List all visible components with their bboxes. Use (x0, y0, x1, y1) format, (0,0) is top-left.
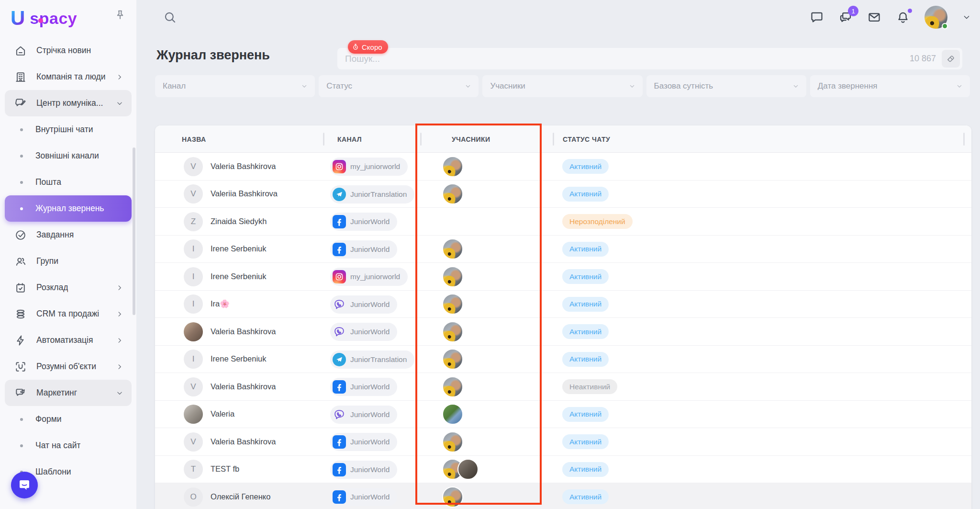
sidebar-item[interactable]: Завдання (5, 222, 132, 248)
table-row[interactable]: IIrene SerbeniukJuniorWorldАктивний (155, 236, 971, 263)
mail-button[interactable] (867, 10, 881, 24)
sidebar-item[interactable]: Стрічка новин (5, 37, 132, 64)
participants-group (442, 376, 463, 397)
sidebar-item[interactable]: Журнал звернень (5, 195, 132, 222)
filter-dropdown[interactable]: Статус (319, 75, 479, 97)
table-row[interactable]: Valeria BashkirovaJuniorWorldАктивний (155, 318, 971, 346)
profile-menu-chevron[interactable] (962, 12, 971, 22)
bullet-icon (20, 444, 23, 447)
table-row[interactable]: OОлексій ГепенкоJuniorWorldАктивний (155, 483, 971, 509)
pin-sidebar-icon[interactable] (113, 9, 127, 22)
table-row[interactable]: IIrene SerbeniukJuniorTranslationАктивни… (155, 346, 971, 373)
mail-icon (867, 10, 881, 24)
smart-object-icon (14, 361, 27, 373)
sidebar-item[interactable]: Пошта (5, 169, 132, 195)
contact-name: Irene Serbeniuk (211, 263, 267, 290)
notification-dot (908, 9, 912, 13)
table-row[interactable]: TTEST fbJuniorWorldАктивний (155, 456, 971, 484)
channel-label: JuniorWorld (350, 410, 390, 419)
support-chat-button[interactable] (11, 472, 38, 498)
chevron-down-icon (628, 82, 636, 90)
table-row[interactable]: ZZinaida SiedykhJuniorWorldНерозподілени… (155, 208, 971, 236)
channel-pill: JuniorWorld (330, 240, 397, 259)
chat-status-badge: Активний (562, 462, 609, 477)
sidebar-scrollbar[interactable] (133, 147, 135, 315)
comment-icon (810, 10, 824, 24)
sidebar-item[interactable]: Компанія та люди (5, 64, 132, 90)
contact-name: Irene Serbeniuk (211, 236, 267, 263)
column-divider (323, 133, 324, 146)
comment-button[interactable] (810, 10, 824, 24)
table-row[interactable]: VValeria BashkirovaJuniorWorldНеактивний (155, 373, 971, 401)
sidebar-item[interactable]: Автоматизація (5, 327, 132, 353)
sidebar-item[interactable]: Розумні об'єкти (5, 353, 132, 380)
participant-avatar (442, 156, 463, 177)
sidebar-item[interactable]: CRM та продажі (5, 301, 132, 327)
channel-label: my_juniorworld (350, 162, 400, 171)
chat-bubble-icon (17, 478, 32, 492)
chat-status-badge: Активний (562, 324, 609, 339)
sidebar-item[interactable]: Внутрішні чати (5, 116, 132, 143)
sidebar-item-label: Компанія та люди (36, 72, 105, 82)
column-divider (553, 133, 554, 146)
channel-label: JuniorWorld (350, 300, 390, 309)
table-row[interactable]: VValeriia BashkirovaJuniorTranslationАкт… (155, 181, 971, 208)
channel-label: JuniorWorld (350, 245, 390, 254)
chevron-right-icon (115, 283, 124, 292)
logo-mark: U (11, 8, 25, 28)
user-avatar[interactable] (924, 6, 947, 29)
filter-label: Базова сутність (654, 81, 713, 91)
name-avatar: I (184, 267, 203, 286)
search-icon[interactable] (163, 11, 177, 24)
chat-status-badge: Неактивний (562, 379, 617, 394)
filter-dropdown[interactable]: Базова сутність (646, 75, 806, 97)
eraser-icon (946, 54, 956, 64)
contact-name: Valeria (211, 401, 234, 428)
filters-row: КаналСтатусУчасникиБазова сутністьДата з… (155, 75, 970, 97)
clear-search-button[interactable] (942, 50, 960, 68)
channel-pill: JuniorWorld (330, 323, 397, 341)
sidebar-item[interactable]: Форми (5, 406, 132, 432)
online-status-dot (942, 23, 948, 29)
filter-dropdown[interactable]: Учасники (482, 75, 642, 97)
participant-avatar (442, 431, 463, 452)
name-avatar: I (184, 294, 203, 314)
sidebar-item[interactable]: Зовнішні канали (5, 143, 132, 169)
sidebar-item[interactable]: Чат на сайт (5, 432, 132, 459)
filter-dropdown[interactable]: Канал (155, 75, 315, 97)
participant-avatar (442, 376, 463, 397)
sidebar-item[interactable]: Групи (5, 248, 132, 274)
channel-pill: my_juniorworld (330, 158, 408, 176)
table-row[interactable]: VValeria Bashkirovamy_juniorworldАктивни… (155, 153, 971, 181)
sidebar-item[interactable]: Центр комуніка... (5, 90, 132, 116)
bell-button[interactable] (896, 10, 910, 24)
sidebar-item-label: Внутрішні чати (35, 124, 93, 135)
chats-button[interactable]: 1 (838, 10, 853, 24)
requests-table: НАЗВАКАНАЛУЧАСНИКИСТАТУС ЧАТУ VValeria B… (155, 125, 971, 509)
sidebar-item[interactable]: Розклад (5, 274, 132, 301)
column-header: НАЗВА (182, 125, 206, 153)
channel-pill: JuniorWorld (330, 488, 397, 506)
channel-pill: JuniorWorld (330, 461, 397, 479)
logo[interactable]: U spacy (11, 7, 77, 30)
viber-icon (333, 298, 346, 311)
bullet-icon (20, 207, 23, 210)
table-row[interactable]: IIra🌸JuniorWorldАктивний (155, 291, 971, 318)
bullet-icon (20, 418, 23, 421)
contact-name: Valeria Bashkirova (211, 373, 276, 400)
telegram-icon (333, 353, 346, 366)
search-input[interactable] (337, 54, 910, 64)
check-circle-icon (14, 229, 27, 241)
table-row[interactable]: IIrene Serbeniukmy_juniorworldАктивний (155, 263, 971, 291)
sidebar-item-label: Шаблони (35, 467, 71, 477)
participants-group (442, 404, 463, 425)
table-row[interactable]: ValeriaJuniorWorldАктивний (155, 401, 971, 429)
participants-group (442, 238, 463, 260)
table-row[interactable]: VValeria BashkirovaJuniorWorldАктивний (155, 428, 971, 456)
filter-dropdown[interactable]: Дата звернення (810, 75, 970, 97)
chevron-down-icon (464, 82, 472, 90)
sidebar-item-label: Автоматизація (36, 335, 93, 345)
bullet-icon (20, 155, 23, 158)
sidebar-item[interactable]: Маркетинг (5, 380, 132, 406)
channel-label: JuniorTranslation (350, 190, 407, 199)
